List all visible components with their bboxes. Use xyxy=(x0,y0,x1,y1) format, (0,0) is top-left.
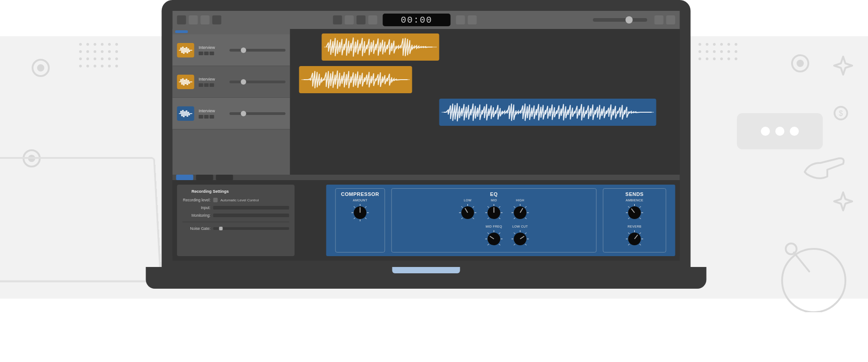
audio-clip[interactable] xyxy=(439,99,656,126)
svg-line-99 xyxy=(488,244,489,245)
deco-dots-icon xyxy=(77,41,140,81)
track-volume-slider[interactable] xyxy=(230,81,286,83)
toolbar-button[interactable] xyxy=(177,15,186,24)
deco-dollar-icon: $ xyxy=(832,104,850,122)
deco-chat-bubble xyxy=(737,113,823,149)
toolbar-button[interactable] xyxy=(212,15,222,24)
svg-point-43 xyxy=(713,50,716,53)
knob-label: REVERB xyxy=(627,225,642,228)
send-reverb-knob[interactable] xyxy=(625,229,644,248)
compressor-section: COMPRESSOR AMOUNT xyxy=(335,188,385,252)
monitoring-label: Monitoring: xyxy=(183,213,211,218)
track-panel-header xyxy=(173,29,290,34)
toolbar-button[interactable] xyxy=(655,15,664,24)
svg-line-124 xyxy=(628,233,630,234)
eq-mid-knob[interactable] xyxy=(485,203,504,222)
noise-gate-slider[interactable] xyxy=(213,227,289,230)
transport-button[interactable] xyxy=(333,15,342,24)
track-mute-button[interactable] xyxy=(199,52,203,55)
eq-high-knob[interactable] xyxy=(511,203,530,222)
compressor-amount-knob[interactable] xyxy=(351,203,370,222)
tab[interactable] xyxy=(196,175,213,180)
tab-recording[interactable] xyxy=(176,175,193,180)
svg-point-15 xyxy=(108,43,111,46)
audio-clip[interactable] xyxy=(299,66,412,93)
transport-button[interactable] xyxy=(357,15,366,24)
svg-line-127 xyxy=(640,244,641,245)
svg-line-80 xyxy=(499,206,500,208)
toolbar-button[interactable] xyxy=(189,15,198,24)
waveform-icon xyxy=(179,46,193,54)
send-ambience-knob[interactable] xyxy=(625,203,644,222)
toolbar: 00:00 xyxy=(173,11,680,29)
track-lock-button[interactable] xyxy=(210,83,214,87)
master-volume-slider[interactable] xyxy=(593,18,647,22)
svg-point-21 xyxy=(108,50,111,53)
track-mute-button[interactable] xyxy=(199,115,203,119)
svg-line-108 xyxy=(514,244,515,245)
svg-line-88 xyxy=(514,206,515,208)
track-mute-button[interactable] xyxy=(199,83,203,87)
deco-dial-icon xyxy=(769,231,850,312)
svg-line-106 xyxy=(514,233,515,234)
input-select[interactable] xyxy=(213,206,289,210)
svg-line-63 xyxy=(354,218,355,219)
svg-point-50 xyxy=(720,57,723,60)
svg-point-33 xyxy=(108,65,111,67)
arrangement-timeline[interactable] xyxy=(290,29,680,175)
svg-line-62 xyxy=(365,218,367,219)
svg-point-37 xyxy=(713,43,716,46)
track-icon xyxy=(177,43,194,57)
svg-point-17 xyxy=(79,50,82,53)
track-row[interactable]: Interview xyxy=(173,34,290,66)
svg-point-29 xyxy=(79,65,82,67)
audio-clip[interactable] xyxy=(322,33,439,61)
track-lock-button[interactable] xyxy=(210,115,214,119)
track-row[interactable]: Interview xyxy=(173,98,290,129)
eq-low-knob[interactable] xyxy=(458,203,477,222)
track-solo-button[interactable] xyxy=(204,52,209,55)
laptop-notch xyxy=(392,267,460,273)
svg-line-64 xyxy=(365,206,367,208)
monitoring-select[interactable] xyxy=(213,214,289,217)
svg-point-52 xyxy=(735,57,737,60)
track-volume-slider[interactable] xyxy=(230,112,286,115)
waveform-icon xyxy=(442,101,654,124)
track-volume-slider[interactable] xyxy=(230,49,286,52)
knob-label: HIGH xyxy=(516,199,524,202)
svg-point-38 xyxy=(720,43,723,46)
svg-point-34 xyxy=(115,65,118,67)
transport-button[interactable] xyxy=(468,15,477,24)
waveform-icon xyxy=(179,78,193,86)
transport-button[interactable] xyxy=(456,15,465,24)
track-solo-button[interactable] xyxy=(204,115,209,119)
eq-lowcut-knob[interactable] xyxy=(511,229,530,248)
svg-line-98 xyxy=(499,233,500,234)
tab[interactable] xyxy=(216,175,233,180)
transport-button[interactable] xyxy=(368,15,377,24)
deco-sparkle-icon xyxy=(832,190,854,213)
sends-section: SENDS AMBIENCE REVERB xyxy=(603,188,666,252)
svg-point-39 xyxy=(727,43,730,46)
svg-line-91 xyxy=(525,218,527,219)
waveform-icon xyxy=(302,68,410,91)
svg-point-31 xyxy=(94,65,96,67)
track-solo-button[interactable] xyxy=(204,83,209,87)
svg-line-73 xyxy=(473,218,474,219)
toolbar-button[interactable] xyxy=(201,15,210,24)
track-lock-button[interactable] xyxy=(210,52,214,55)
eq-midfreq-knob[interactable] xyxy=(485,229,504,248)
knob-label: MID xyxy=(491,199,497,202)
transport-button[interactable] xyxy=(345,15,354,24)
deco-circle-icon xyxy=(27,54,54,81)
track-row[interactable]: Interview xyxy=(173,66,290,98)
svg-point-24 xyxy=(86,57,89,60)
svg-point-23 xyxy=(79,57,82,60)
recording-level-checkbox[interactable] xyxy=(213,198,218,202)
svg-point-45 xyxy=(727,50,730,53)
svg-point-51 xyxy=(727,57,730,60)
laptop-base xyxy=(146,267,707,289)
toolbar-button[interactable] xyxy=(666,15,675,24)
waveform-icon xyxy=(324,36,437,58)
svg-line-61 xyxy=(354,206,355,208)
